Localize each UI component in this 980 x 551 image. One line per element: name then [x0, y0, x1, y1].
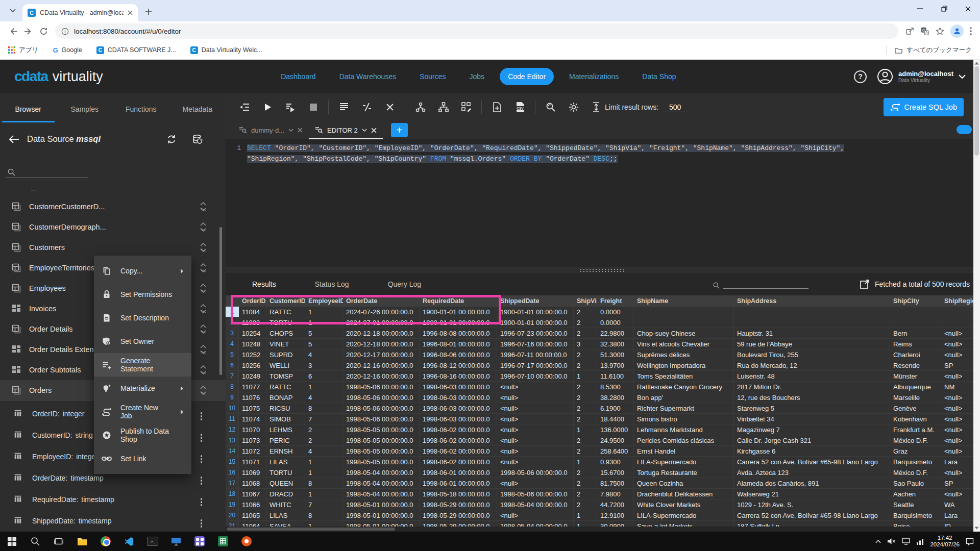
- table-cell[interactable]: 2020-12-16 00:00:00.0: [343, 371, 420, 381]
- table-cell[interactable]: Kobenhavn: [890, 414, 941, 424]
- table-cell[interactable]: 1029 - 12th Ave. S.: [734, 499, 890, 510]
- table-cell[interactable]: 11084: [239, 307, 266, 317]
- menu-item-generate-statement[interactable]: Generate Statement: [94, 353, 191, 377]
- table-cell[interactable]: Reims: [890, 339, 941, 349]
- table-cell[interactable]: RATTC: [266, 382, 305, 392]
- table-cell[interactable]: ERNSH: [266, 446, 305, 456]
- table-cell[interactable]: 11076: [239, 392, 266, 403]
- table-cell[interactable]: 1900-01-01 00:00:00.0: [420, 317, 497, 328]
- settings-gear-button[interactable]: [562, 97, 585, 117]
- table-cell[interactable]: PERIC: [266, 435, 305, 445]
- table-cell[interactable]: LILA-Supermercado: [634, 510, 734, 520]
- table-cell[interactable]: WHITC: [266, 499, 305, 510]
- column-header-shipaddress[interactable]: ShipAddress: [734, 295, 890, 307]
- table-cell[interactable]: 11077: [239, 382, 266, 392]
- tab-samples[interactable]: Samples: [57, 93, 113, 126]
- table-cell[interactable]: 1998-05-06 00:00:00.0: [343, 392, 420, 403]
- refresh-icon[interactable]: [166, 134, 177, 144]
- sql-text[interactable]: SELECT "OrderID", "CustomerID", "Employe…: [247, 143, 852, 267]
- tab-close-icon[interactable]: [128, 10, 133, 15]
- table-cell[interactable]: 11070: [239, 424, 266, 435]
- table-cell[interactable]: Wellington Importadora: [634, 360, 734, 370]
- display-icon[interactable]: [902, 538, 910, 545]
- table-row[interactable]: 410248VINET52020-12-18 00:00:00.01996-08…: [226, 339, 980, 349]
- table-cell[interactable]: Tortuga Restaurante: [634, 467, 734, 478]
- table-cell[interactable]: Boulevard Tirou, 255: [734, 349, 890, 360]
- table-cell[interactable]: 2: [574, 467, 597, 478]
- table-cell[interactable]: Sao Paulo: [890, 478, 941, 488]
- table-cell[interactable]: Magazinweg 7: [734, 424, 890, 435]
- table-cell[interactable]: 1998-05-05 00:00:00.0: [343, 446, 420, 456]
- table-cell[interactable]: 1998-05-04 00:00:00.0: [343, 467, 420, 478]
- table-cell[interactable]: 1998-06-03 00:00:00.0: [420, 382, 497, 392]
- network-icon[interactable]: [916, 538, 924, 545]
- table-row[interactable]: 1911066WHITC71998-05-01 00:00:00.01998-0…: [226, 499, 980, 510]
- remote-desktop-icon[interactable]: [164, 532, 188, 551]
- table-cell[interactable]: 258.6400: [597, 446, 634, 456]
- translate-icon[interactable]: GA: [920, 27, 929, 36]
- spreadsheet-app-icon[interactable]: [211, 532, 235, 551]
- table-cell[interactable]: Toms Spezialitäten: [634, 371, 734, 381]
- table-cell[interactable]: Calle Dr. Jorge Cash 321: [734, 435, 890, 445]
- reorder-chevrons[interactable]: [200, 284, 206, 293]
- bookmark-star-icon[interactable]: [936, 27, 944, 36]
- back-button[interactable]: [5, 23, 20, 39]
- table-cell[interactable]: 1998-06-02 00:00:00.0: [420, 446, 497, 456]
- table-cell[interactable]: Simons bistro: [634, 414, 734, 424]
- table-cell[interactable]: 1998-05-05 00:00:00.0: [343, 424, 420, 435]
- profile-avatar[interactable]: [950, 24, 964, 38]
- limit-rows-input[interactable]: 500: [663, 103, 687, 112]
- table-cell[interactable]: Resende: [890, 360, 941, 370]
- table-cell[interactable]: <null>: [497, 510, 574, 520]
- table-cell[interactable]: 1996-07-11 00:00:00.0: [497, 349, 574, 360]
- table-cell[interactable]: 1900-01-01 00:00:00.0: [497, 317, 574, 328]
- table-row[interactable]: 911076BONAP41998-05-06 00:00:00.01998-06…: [226, 392, 980, 403]
- format-query-button[interactable]: [233, 97, 256, 117]
- bookmark-data-virtuality[interactable]: C Data Virtuality Welc...: [190, 46, 262, 54]
- chrome-icon[interactable]: [94, 532, 117, 551]
- table-cell[interactable]: Aachen: [890, 489, 941, 499]
- start-button[interactable]: [0, 532, 23, 551]
- table-cell[interactable]: 24.9500: [597, 435, 634, 445]
- table-cell[interactable]: 2: [574, 349, 597, 360]
- table-cell[interactable]: Barquisimeto: [890, 510, 941, 520]
- table-cell[interactable]: 1998-05-05 00:00:00.0: [343, 457, 420, 467]
- share-icon[interactable]: [905, 27, 914, 36]
- clear-editor-button[interactable]: [378, 97, 401, 117]
- table-cell[interactable]: Kirchgasse 6: [734, 446, 890, 456]
- table-cell[interactable]: Charleroi: [890, 349, 941, 360]
- table-cell[interactable]: 1998-06-01 00:00:00.0: [420, 467, 497, 478]
- table-cell[interactable]: 1: [305, 382, 343, 392]
- no-wrap-button[interactable]: [355, 97, 378, 117]
- table-cell[interactable]: Drachenblut Delikatessen: [634, 489, 734, 499]
- table-cell[interactable]: 1: [305, 317, 343, 328]
- table-cell[interactable]: 10256: [239, 360, 266, 370]
- table-cell[interactable]: Chop-suey Chinese: [634, 328, 734, 338]
- column-header-customerid[interactable]: CustomerID: [266, 295, 305, 307]
- table-cell[interactable]: 1: [574, 457, 597, 467]
- table-cell[interactable]: 136.0000: [597, 424, 634, 435]
- tab-search-button[interactable]: [6, 4, 19, 17]
- table-cell[interactable]: 22.9800: [597, 328, 634, 338]
- table-row[interactable]: 1311073PERIC21998-05-05 00:00:00.01998-0…: [226, 435, 980, 446]
- table-cell[interactable]: 12, rue des Bouchers: [734, 392, 890, 403]
- edit-metadata-button[interactable]: [455, 97, 478, 117]
- column-menu-button[interactable]: [198, 472, 206, 485]
- table-cell[interactable]: 1998-05-01 00:00:00.0: [343, 521, 420, 527]
- table-cell[interactable]: TOMSP: [266, 371, 305, 381]
- table-cell[interactable]: 11.6100: [597, 371, 634, 381]
- table-cell[interactable]: 1: [305, 457, 343, 467]
- table-cell[interactable]: 18.4400: [597, 414, 634, 424]
- bookmark-cdata-software[interactable]: C CDATA SOFTWARE J...: [96, 46, 176, 54]
- table-cell[interactable]: México D.F.: [890, 467, 941, 478]
- chrome-menu-icon[interactable]: [970, 27, 972, 35]
- sidebar-item-customercustomerd[interactable]: CustomerCustomerD...: [0, 196, 226, 217]
- table-cell[interactable]: Suprêmes délices: [634, 349, 734, 360]
- sidebar-item-customers[interactable]: Customers: [0, 237, 226, 258]
- table-cell[interactable]: <null>: [497, 457, 574, 467]
- table-row[interactable]: 2011065LILAS81998-05-01 00:00:00.01998-0…: [226, 510, 980, 521]
- table-cell[interactable]: 2020-12-17 00:00:00.0: [343, 349, 420, 360]
- table-cell[interactable]: RICSU: [266, 403, 305, 413]
- reorder-chevrons[interactable]: [200, 243, 206, 252]
- column-header-shipcity[interactable]: ShipCity: [890, 295, 941, 307]
